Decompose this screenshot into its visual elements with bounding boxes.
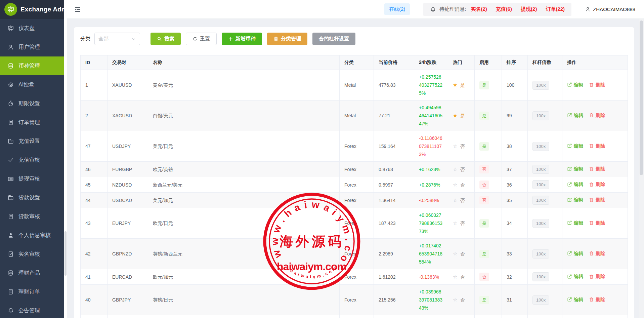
cell-category: Forex (340, 208, 374, 239)
sidebar-item-label: 期限设置 (18, 100, 40, 107)
cell-hot: ☆ 否 (448, 269, 475, 285)
online-status-badge[interactable]: 在线(2) (384, 3, 410, 15)
user-menu[interactable]: ZHAOCAIMAO888 (585, 6, 635, 12)
app-logo: Exchange Admin (0, 0, 64, 19)
reset-button[interactable]: 重置 (186, 33, 217, 45)
delete-button[interactable]: 删除 (589, 81, 605, 89)
pending-link-withdraw[interactable]: 提现(2) (521, 6, 537, 12)
cell-enabled: 是 (475, 101, 502, 131)
star-icon[interactable]: ☆ (453, 273, 457, 281)
cell-name: 欧元/加元 (148, 269, 340, 285)
search-icon (157, 36, 162, 41)
sidebar-item-wealth-products[interactable]: 理财产品 (0, 264, 64, 282)
cell-name: 白银/美元 (148, 101, 340, 131)
edit-icon (567, 197, 572, 202)
delete-button[interactable]: 删除 (589, 142, 605, 150)
cell-sort: 38 (502, 131, 528, 162)
sidebar-scrollbar-thumb[interactable] (65, 231, 67, 276)
sidebar-item-orders[interactable]: 订单管理 (0, 113, 64, 132)
sidebar-item-recharge-settings[interactable]: 充值设置 (0, 132, 64, 151)
edit-button[interactable]: 编辑 (567, 295, 583, 304)
sidebar-item-recharge-audit[interactable]: 充值审核 (0, 151, 64, 169)
cell-sort: 35 (502, 193, 528, 208)
pending-link-kyc[interactable]: 实名(2) (471, 6, 487, 12)
pending-link-recharge[interactable]: 充值(6) (496, 6, 512, 12)
sidebar-item-profile-audit[interactable]: 个人信息审核 (0, 226, 64, 245)
clipboard-icon (273, 36, 278, 41)
category-manage-button[interactable]: 分类管理 (267, 33, 307, 45)
sidebar-item-coins[interactable]: 币种管理 (0, 56, 64, 75)
page-scrollbar-thumb[interactable] (640, 21, 643, 175)
delete-button[interactable]: 删除 (589, 272, 605, 280)
delete-button[interactable]: 删除 (589, 249, 605, 257)
sidebar-item-users[interactable]: 用户管理 (0, 38, 64, 56)
sidebar-item-withdraw-audit[interactable]: 提现审核 (0, 169, 64, 188)
cell-leverage: 100x (528, 315, 562, 318)
edit-button[interactable]: 编辑 (567, 249, 583, 257)
sidebar-item-period[interactable]: 期限设置 (0, 94, 64, 113)
sidebar-item-loan-settings[interactable]: 贷款设置 (0, 188, 64, 207)
column-header: 名称 (148, 55, 340, 70)
cell-id: 40 (81, 285, 108, 315)
sidebar-menu: 仪表盘用户管理币种管理AI控盘期限设置订单管理充值设置充值审核提现审核贷款设置贷… (0, 19, 64, 318)
sidebar-item-wealth-orders[interactable]: 理财订单 (0, 282, 64, 301)
edit-button[interactable]: 编辑 (567, 272, 583, 280)
edit-button[interactable]: 编辑 (567, 180, 583, 188)
delete-button[interactable]: 删除 (589, 111, 605, 119)
star-icon[interactable]: ☆ (453, 296, 457, 304)
star-icon[interactable]: ☆ (453, 181, 457, 189)
sidebar-item-ai[interactable]: AI控盘 (0, 75, 64, 94)
cell-id: 39 (81, 315, 108, 318)
sidebar-item-label: 仪表盘 (18, 25, 35, 32)
star-icon[interactable]: ☆ (453, 142, 457, 150)
add-coin-button[interactable]: 新增币种 (222, 33, 262, 45)
delete-button[interactable]: 删除 (589, 196, 605, 204)
edit-button[interactable]: 编辑 (567, 196, 583, 204)
sidebar-item-kyc-audit[interactable]: 实名审核 (0, 245, 64, 264)
chevron-down-icon (131, 37, 136, 41)
sidebar-item-label: 充值设置 (18, 138, 40, 145)
edit-icon (567, 274, 572, 279)
delete-button[interactable]: 删除 (589, 180, 605, 188)
cell-actions: 编辑 删除 (562, 269, 628, 285)
sidebar-scrollbar[interactable] (64, 0, 67, 318)
leverage-tag: 100x (532, 111, 549, 120)
category-select[interactable]: 全部 (94, 33, 140, 45)
menu-fold-icon[interactable] (75, 6, 82, 12)
cell-change: -0.2588% (414, 193, 448, 208)
delete-button[interactable]: 删除 (589, 219, 605, 227)
document-icon (7, 288, 14, 295)
cell-id: 47 (81, 131, 108, 162)
edit-icon (567, 182, 572, 187)
star-icon[interactable]: ☆ (453, 219, 457, 227)
delete-button[interactable]: 删除 (589, 295, 605, 304)
edit-button[interactable]: 编辑 (567, 142, 583, 150)
search-button[interactable]: 搜索 (151, 33, 181, 45)
cell-pair: XAUUSD (108, 70, 148, 101)
cell-change: -0.1363% (414, 269, 448, 285)
coins-table: ID交易对名称分类当前价格24h涨跌热门启用排序杠杆倍数操作 1 XAUUSD … (80, 55, 628, 318)
sidebar-item-loan-audit[interactable]: 贷款审核 (0, 207, 64, 226)
edit-button[interactable]: 编辑 (567, 165, 583, 173)
contract-leverage-button[interactable]: 合约杠杆设置 (312, 33, 355, 45)
star-icon[interactable]: ★ (453, 81, 457, 89)
trash-icon (589, 166, 594, 171)
cell-name: 欧元/日元 (148, 208, 340, 239)
page-scrollbar[interactable] (639, 19, 644, 318)
cell-actions: 编辑 删除 (562, 131, 628, 162)
sidebar-item-dashboard[interactable]: 仪表盘 (0, 19, 64, 38)
sidebar-item-announcements[interactable]: 公告管理 (0, 301, 64, 318)
star-icon[interactable]: ☆ (453, 196, 457, 204)
delete-button[interactable]: 删除 (589, 165, 605, 173)
star-icon[interactable]: ☆ (453, 250, 457, 258)
edit-button[interactable]: 编辑 (567, 111, 583, 119)
star-icon[interactable]: ☆ (453, 165, 457, 173)
pending-link-order[interactable]: 订单(22) (546, 6, 565, 12)
edit-button[interactable]: 编辑 (567, 219, 583, 227)
cell-id: 41 (81, 269, 108, 285)
star-icon[interactable]: ★ (453, 112, 457, 120)
cell-price: 1.66064 (374, 315, 414, 318)
table-header-row: ID交易对名称分类当前价格24h涨跌热门启用排序杠杆倍数操作 (81, 55, 628, 70)
cell-name: 欧元/澳元 (148, 315, 340, 318)
edit-button[interactable]: 编辑 (567, 81, 583, 89)
